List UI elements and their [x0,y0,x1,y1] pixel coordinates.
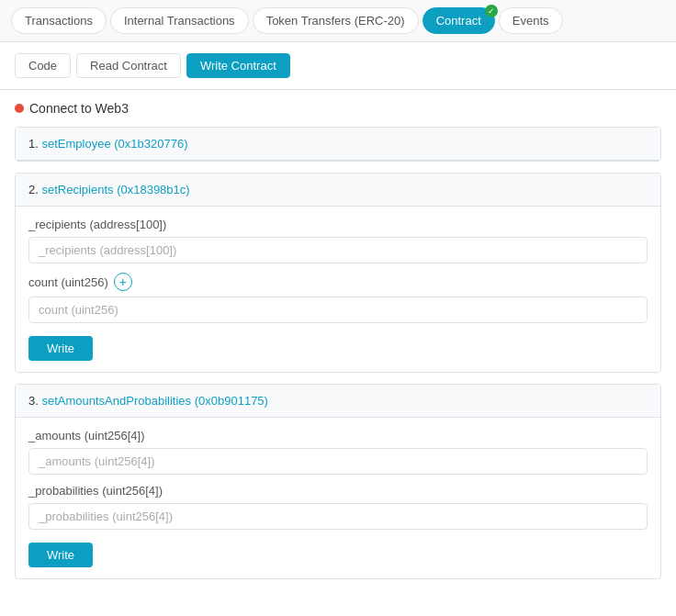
connection-status-dot [15,104,24,113]
field-group-recipients-field: _recipients (address[100]) [28,218,648,263]
sub-tab-write-contract[interactable]: Write Contract [186,53,290,78]
section-header-setEmployee: 1. setEmployee (0x1b320776) [16,128,660,161]
nav-tab-token-transfers[interactable]: Token Transfers (ERC-20) [253,7,419,34]
write-button-setAmountsAndProbabilities[interactable]: Write [28,543,93,567]
nav-tabs: TransactionsInternal TransactionsToken T… [0,0,676,42]
sub-tab-read-contract[interactable]: Read Contract [76,53,181,78]
field-group-amounts-field: _amounts (uint256[4]) [28,429,648,475]
nav-tab-contract[interactable]: Contract✓ [422,7,495,34]
nav-tab-internal-transactions[interactable]: Internal Transactions [110,7,249,34]
field-group-probabilities-field: _probabilities (uint256[4]) [28,484,648,530]
section-body-setRecipients: _recipients (address[100])count (uint256… [16,207,660,372]
section-address: (0x0b901175) [195,394,268,408]
section-header-setRecipients: 2. setRecipients (0x18398b1c) [16,174,660,207]
field-group-count-field: count (uint256)+ [28,273,648,323]
verified-badge: ✓ [485,5,498,17]
nav-tab-transactions[interactable]: Transactions [11,7,107,34]
connect-web3-label: Connect to Web3 [29,101,129,116]
field-label-probabilities-field: _probabilities (uint256[4]) [28,484,648,498]
section-address: (0x18398b1c) [117,183,190,196]
section-name: setEmployee [41,137,110,151]
field-input-amounts-field[interactable] [28,448,648,475]
nav-tab-events[interactable]: Events [499,7,563,34]
section-name: setRecipients [41,183,113,196]
field-label-count-field: count (uint256)+ [28,273,648,291]
contract-section-setEmployee: 1. setEmployee (0x1b320776) [15,127,661,162]
contract-section-setRecipients: 2. setRecipients (0x18398b1c)_recipients… [15,173,661,373]
field-label-recipients-field: _recipients (address[100]) [28,218,648,231]
contract-section-setAmountsAndProbabilities: 3. setAmountsAndProbabilities (0x0b90117… [15,384,661,579]
contract-content: 1. setEmployee (0x1b320776)2. setRecipie… [0,127,676,579]
sub-tab-code[interactable]: Code [15,53,71,78]
sub-tabs: CodeRead ContractWrite Contract [0,42,676,90]
section-address: (0x1b320776) [114,137,187,151]
section-body-setAmountsAndProbabilities: _amounts (uint256[4])_probabilities (uin… [16,418,660,578]
write-button-setRecipients[interactable]: Write [28,336,93,361]
plus-button-count-field[interactable]: + [114,273,132,291]
field-input-count-field[interactable] [28,297,648,323]
section-name: setAmountsAndProbabilities [41,394,191,408]
field-input-recipients-field[interactable] [28,237,648,263]
connect-web3[interactable]: Connect to Web3 [0,90,676,127]
field-label-amounts-field: _amounts (uint256[4]) [28,429,648,442]
field-input-probabilities-field[interactable] [28,503,648,530]
section-header-setAmountsAndProbabilities: 3. setAmountsAndProbabilities (0x0b90117… [16,385,660,418]
